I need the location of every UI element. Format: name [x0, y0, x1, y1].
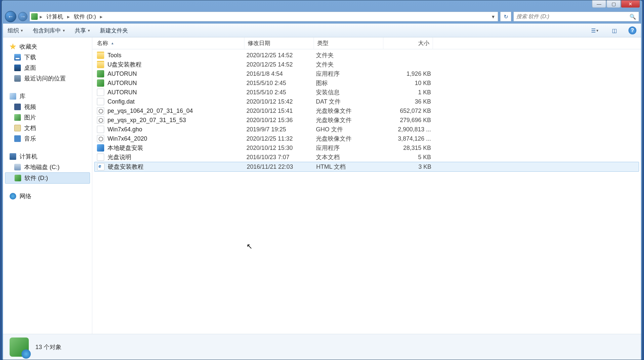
file-name-cell: AUTORUN — [94, 89, 246, 96]
file-size: 1,926 KB — [385, 70, 435, 77]
file-row[interactable]: 本地硬盘安装2020/10/12 15:30应用程序28,315 KB — [94, 143, 639, 153]
column-headers: 名称▲ 修改日期 类型 大小 — [92, 37, 641, 49]
file-name-cell: U盘安装教程 — [94, 61, 246, 68]
minimize-button[interactable]: — — [592, 0, 606, 8]
file-row[interactable]: U盘安装教程2020/12/25 14:52文件夹 — [94, 60, 639, 69]
new-folder-button[interactable]: 新建文件夹 — [100, 27, 128, 34]
file-type: 应用程序 — [316, 144, 385, 152]
file-pane: 名称▲ 修改日期 类型 大小 Tools2020/12/25 14:52文件夹U… — [92, 37, 641, 334]
file-name: Win7x64_2020 — [107, 135, 147, 142]
file-name-cell: 光盘说明 — [94, 153, 246, 161]
breadcrumb-drive[interactable]: 软件 (D:) — [72, 12, 98, 21]
file-type-icon — [97, 61, 104, 68]
column-header-date[interactable]: 修改日期 — [244, 37, 314, 49]
search-icon[interactable]: 🔍 — [629, 14, 636, 20]
star-icon — [10, 43, 16, 50]
file-name-cell: AUTORUN — [94, 70, 246, 77]
maximize-button[interactable]: ▢ — [607, 0, 621, 8]
breadcrumb-computer[interactable]: 计算机 — [44, 12, 65, 21]
share-button[interactable]: 共享▼ — [75, 27, 91, 34]
navigation-row: ← → ▸ 计算机 ▸ 软件 (D:) ▸ ▾ ↻ 🔍 — [2, 10, 642, 23]
file-row[interactable]: AUTORUN2015/5/10 2:45图标10 KB — [94, 78, 639, 88]
search-input[interactable] — [516, 14, 629, 20]
column-header-name[interactable]: 名称▲ — [92, 37, 244, 49]
file-type: DAT 文件 — [316, 98, 385, 106]
network-label: 网络 — [20, 192, 31, 200]
file-row[interactable]: Win7x64_20202020/12/25 11:32光盘映像文件3,874,… — [94, 134, 639, 143]
file-name: AUTORUN — [107, 89, 137, 96]
chevron-down-icon: ▼ — [87, 29, 91, 32]
file-type-icon — [97, 98, 104, 105]
forward-button[interactable]: → — [18, 12, 27, 21]
view-mode-button[interactable]: ☰ ▼ — [590, 26, 600, 35]
file-date: 2015/5/10 2:45 — [246, 89, 316, 96]
sidebar-computer-header[interactable]: 计算机 — [5, 151, 90, 162]
file-type-icon — [97, 52, 104, 59]
sort-ascending-icon: ▲ — [111, 41, 114, 45]
file-name-cell: Tools — [94, 52, 246, 59]
file-row[interactable]: 光盘说明2016/10/23 7:07文本文档5 KB — [94, 153, 639, 162]
file-date: 2020/10/12 15:30 — [246, 145, 316, 152]
file-name: Config.dat — [107, 98, 135, 105]
file-size: 279,696 KB — [385, 117, 435, 124]
computer-label: 计算机 — [20, 153, 37, 160]
file-name-cell: pe_yqs_1064_20_07_31_16_04 — [94, 107, 246, 114]
sidebar-item-pictures[interactable]: 图片 — [5, 112, 90, 123]
recent-label: 最近访问的位置 — [24, 74, 66, 82]
include-library-button[interactable]: 包含到库中▼ — [33, 27, 65, 34]
file-name: 光盘说明 — [107, 153, 131, 161]
music-label: 音乐 — [24, 135, 36, 143]
file-row[interactable]: Win7x64.gho2019/9/7 19:25GHO 文件2,900,813… — [94, 125, 639, 134]
network-icon — [10, 193, 16, 200]
chevron-right-icon[interactable]: ▸ — [66, 14, 70, 20]
preview-pane-button[interactable]: ◫ — [609, 26, 619, 35]
sidebar-item-music[interactable]: 音乐 — [5, 133, 90, 144]
file-size: 3 KB — [386, 163, 435, 170]
column-header-type[interactable]: 类型 — [314, 37, 383, 49]
sidebar-item-documents[interactable]: 文档 — [5, 123, 90, 133]
search-box[interactable]: 🔍 — [513, 12, 639, 22]
pictures-label: 图片 — [24, 113, 36, 121]
back-button[interactable]: ← — [5, 11, 16, 22]
refresh-button[interactable]: ↻ — [500, 12, 511, 22]
col-name-label: 名称 — [97, 39, 108, 47]
file-name-cell: 硬盘安装教程 — [95, 163, 247, 171]
videos-label: 视频 — [24, 103, 36, 111]
library-icon — [10, 93, 16, 100]
organize-button[interactable]: 组织▼ — [8, 27, 23, 34]
file-row[interactable]: Tools2020/12/25 14:52文件夹 — [94, 51, 639, 60]
close-button[interactable]: ✕ — [621, 0, 640, 8]
column-header-size[interactable]: 大小 — [383, 37, 433, 49]
sidebar-network-header[interactable]: 网络 — [5, 191, 90, 202]
navigation-pane: 收藏夹 下载 桌面 最近访问的位置 库 视频 图片 文档 音乐 计算机 本地磁盘… — [3, 37, 92, 334]
sidebar-item-drive-c[interactable]: 本地磁盘 (C:) — [5, 162, 90, 172]
chevron-down-icon: ▼ — [20, 29, 23, 32]
drive-icon — [15, 175, 21, 181]
file-row[interactable]: Config.dat2020/10/12 15:42DAT 文件36 KB — [94, 97, 639, 106]
file-row[interactable]: 硬盘安装教程2016/11/21 22:03HTML 文档3 KB — [94, 162, 639, 172]
help-button[interactable]: ? — [628, 26, 636, 34]
music-icon — [14, 135, 21, 142]
sidebar-item-desktop[interactable]: 桌面 — [5, 63, 90, 73]
sidebar-item-recent[interactable]: 最近访问的位置 — [5, 73, 90, 84]
file-row[interactable]: pe_yqs_xp_20_07_31_15_532020/10/12 15:36… — [94, 115, 639, 125]
file-row[interactable]: pe_yqs_1064_20_07_31_16_042020/10/12 15:… — [94, 106, 639, 115]
file-row[interactable]: AUTORUN2015/5/10 2:45安装信息1 KB — [94, 88, 639, 97]
include-label: 包含到库中 — [33, 27, 61, 34]
address-dropdown-icon[interactable]: ▾ — [490, 14, 496, 20]
file-row[interactable]: AUTORUN2016/1/8 4:54应用程序1,926 KB — [94, 69, 639, 78]
file-size: 652,072 KB — [385, 108, 435, 114]
sidebar-item-downloads[interactable]: 下载 — [5, 52, 90, 63]
file-date: 2016/11/21 22:03 — [247, 163, 316, 170]
file-type-icon — [97, 135, 104, 142]
sidebar-favorites-header[interactable]: 收藏夹 — [5, 41, 90, 52]
sidebar-item-videos[interactable]: 视频 — [5, 102, 90, 112]
libraries-label: 库 — [20, 92, 25, 100]
file-list: Tools2020/12/25 14:52文件夹U盘安装教程2020/12/25… — [92, 49, 641, 334]
sidebar-item-drive-d[interactable]: 软件 (D:) — [5, 172, 90, 184]
chevron-right-icon[interactable]: ▸ — [99, 14, 103, 20]
address-bar[interactable]: ▸ 计算机 ▸ 软件 (D:) ▸ ▾ — [29, 12, 498, 22]
chevron-right-icon[interactable]: ▸ — [39, 14, 43, 20]
file-type-icon — [97, 163, 105, 170]
sidebar-libraries-header[interactable]: 库 — [5, 91, 90, 102]
